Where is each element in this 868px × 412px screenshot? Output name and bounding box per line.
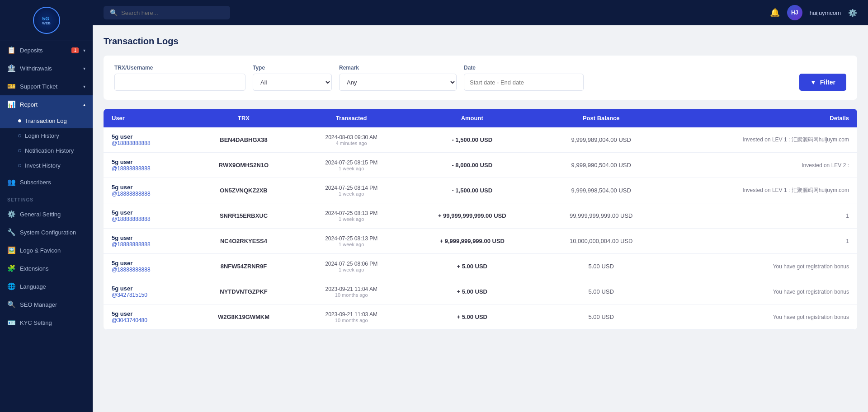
transacted-ago-2: 1 week ago: [305, 191, 397, 197]
user-name-5: 5g user: [112, 260, 182, 267]
cell-user-3: 5g user @18888888888: [104, 203, 190, 229]
invest-history-dot: [18, 164, 21, 167]
transacted-date-2: 2024-07-25 08:14 PM: [305, 185, 397, 191]
sidebar-item-language[interactable]: 🌐 Language: [0, 277, 93, 295]
user-name-4: 5g user: [112, 234, 182, 241]
support-ticket-icon: 🎫: [7, 82, 15, 90]
transacted-ago-0: 4 minutes ago: [305, 140, 397, 146]
sidebar-item-notification-history[interactable]: Notification History: [0, 143, 93, 158]
cell-amount-4: + 9,999,999,999.00 USD: [406, 229, 538, 254]
table-row: 5g user @3427815150 NYTDVNTGZPKF 2023-09…: [104, 279, 857, 304]
user-name-6: 5g user: [112, 285, 182, 292]
sidebar-label-system-configuration: System Configuration: [20, 229, 85, 236]
sidebar-item-extensions[interactable]: 🧩 Extensions: [0, 259, 93, 277]
subscribers-icon: 👥: [7, 178, 15, 186]
remark-select[interactable]: Any: [339, 74, 457, 91]
table-container: User TRX Transacted Amount Post Balance …: [104, 109, 857, 330]
user-settings-icon[interactable]: ⚙️: [848, 9, 857, 17]
cell-trx-1: RWX9OMHS2N1O: [190, 153, 297, 178]
cell-transacted-5: 2024-07-25 08:06 PM 1 week ago: [297, 254, 406, 279]
filter-bar: TRX/Username Type All Remark Any Date: [104, 56, 857, 100]
cell-user-4: 5g user @18888888888: [104, 229, 190, 254]
sidebar-item-subscribers[interactable]: 👥 Subscribers: [0, 173, 93, 191]
sidebar-label-invest-history: Invest History: [25, 162, 61, 169]
logo-favicon-icon: 🖼️: [7, 246, 15, 254]
col-details: Details: [664, 109, 857, 127]
cell-post-balance-6: 5.00 USD: [538, 279, 664, 304]
col-post-balance: Post Balance: [538, 109, 664, 127]
cell-post-balance-7: 5.00 USD: [538, 304, 664, 330]
sidebar-item-report[interactable]: 📊 Report ▴: [0, 95, 93, 113]
sidebar-label-logo-favicon: Logo & Favicon: [20, 247, 85, 254]
cell-amount-1: - 8,000.00 USD: [406, 153, 538, 178]
cell-transacted-2: 2024-07-25 08:14 PM 1 week ago: [297, 178, 406, 203]
cell-transacted-4: 2024-07-25 08:13 PM 1 week ago: [297, 229, 406, 254]
cell-details-1: Invested on LEV 2 :: [664, 153, 857, 178]
sidebar-item-seo-manager[interactable]: 🔍 SEO Manager: [0, 295, 93, 314]
sidebar-label-subscribers: Subscribers: [20, 179, 85, 186]
cell-amount-0: - 1,500.00 USD: [406, 127, 538, 153]
deposits-icon: 📋: [7, 46, 15, 54]
sidebar-item-logo-favicon[interactable]: 🖼️ Logo & Favicon: [0, 241, 93, 259]
cell-transacted-6: 2023-09-21 11:04 AM 10 months ago: [297, 279, 406, 304]
cell-user-6: 5g user @3427815150: [104, 279, 190, 304]
deposits-badge: 1: [71, 47, 79, 53]
sidebar-label-login-history: Login History: [25, 132, 59, 139]
transacted-date-7: 2023-09-21 11:03 AM: [305, 311, 397, 318]
search-input[interactable]: [121, 9, 221, 16]
cell-details-4: 1: [664, 229, 857, 254]
search-bar[interactable]: 🔍: [104, 6, 230, 19]
user-handle-3: @18888888888: [112, 216, 182, 222]
cell-user-5: 5g user @18888888888: [104, 254, 190, 279]
type-select[interactable]: All: [253, 74, 332, 91]
sidebar-item-general-setting[interactable]: ⚙️ General Setting: [0, 205, 93, 223]
cell-details-2: Invested on LEV 1 : 汇聚源码网huijuym.com: [664, 178, 857, 203]
avatar: HJ: [787, 5, 802, 20]
cell-transacted-1: 2024-07-25 08:15 PM 1 week ago: [297, 153, 406, 178]
cell-amount-6: + 5.00 USD: [406, 279, 538, 304]
col-transacted: Transacted: [297, 109, 406, 127]
table-header: User TRX Transacted Amount Post Balance …: [104, 109, 857, 127]
filter-button[interactable]: ▼ Filter: [799, 74, 846, 91]
cell-details-5: You have got registration bonus: [664, 254, 857, 279]
cell-user-1: 5g user @18888888888: [104, 153, 190, 178]
sidebar-item-login-history[interactable]: Login History: [0, 128, 93, 143]
transacted-ago-5: 1 week ago: [305, 267, 397, 272]
sidebar-item-transaction-log[interactable]: Transaction Log: [0, 113, 93, 128]
cell-trx-5: 8NFW54ZRNR9F: [190, 254, 297, 279]
user-name-0: 5g user: [112, 133, 182, 140]
username-label: huijuymcom: [810, 9, 841, 16]
table-row: 5g user @18888888888 BEN4DABHGX38 2024-0…: [104, 127, 857, 153]
bell-icon[interactable]: 🔔: [770, 8, 780, 18]
sidebar-nav: 📋 Deposits 1 ▾ 🏦 Withdrawals ▾ 🎫 Support…: [0, 41, 93, 412]
date-group: Date: [464, 65, 584, 91]
sidebar-logo: 5G WEB: [0, 0, 93, 41]
cell-amount-2: - 1,500.00 USD: [406, 178, 538, 203]
sidebar-item-deposits[interactable]: 📋 Deposits 1 ▾: [0, 41, 93, 59]
date-input[interactable]: [464, 74, 584, 91]
trx-username-input[interactable]: [114, 74, 245, 91]
transacted-date-5: 2024-07-25 08:06 PM: [305, 261, 397, 267]
table-row: 5g user @18888888888 RWX9OMHS2N1O 2024-0…: [104, 153, 857, 178]
transacted-ago-6: 10 months ago: [305, 292, 397, 298]
sidebar-item-withdrawals[interactable]: 🏦 Withdrawals ▾: [0, 59, 93, 77]
transaction-table: User TRX Transacted Amount Post Balance …: [104, 109, 857, 330]
transacted-date-1: 2024-07-25 08:15 PM: [305, 159, 397, 166]
extensions-icon: 🧩: [7, 264, 15, 272]
cell-trx-6: NYTDVNTGZPKF: [190, 279, 297, 304]
sidebar-item-system-configuration[interactable]: 🔧 System Configuration: [0, 223, 93, 241]
sidebar-item-support-ticket[interactable]: 🎫 Support Ticket ▾: [0, 77, 93, 95]
sidebar-item-invest-history[interactable]: Invest History: [0, 158, 93, 173]
system-config-icon: 🔧: [7, 228, 15, 236]
user-handle-4: @18888888888: [112, 241, 182, 248]
user-handle-5: @18888888888: [112, 267, 182, 273]
header: 🔍 🔔 HJ huijuymcom ⚙️: [93, 0, 868, 25]
sidebar-label-report: Report: [20, 101, 79, 108]
remark-group: Remark Any: [339, 65, 457, 91]
col-user: User: [104, 109, 190, 127]
sidebar-item-kyc-setting[interactable]: 🪪 KYC Setting: [0, 314, 93, 332]
user-handle-2: @18888888888: [112, 191, 182, 197]
logo-icon: 5G WEB: [33, 7, 60, 34]
sidebar-label-kyc-setting: KYC Setting: [20, 319, 85, 326]
cell-transacted-0: 2024-08-03 09:30 AM 4 minutes ago: [297, 127, 406, 153]
